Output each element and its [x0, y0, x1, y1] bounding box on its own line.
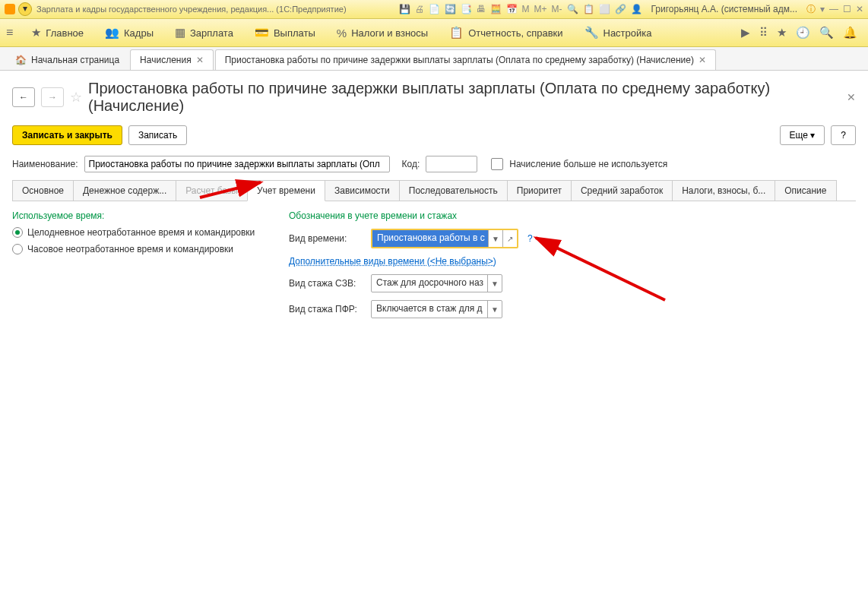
menu-main-label: Главное: [46, 27, 84, 39]
percent-icon: %: [337, 27, 347, 40]
help-button[interactable]: ?: [831, 125, 856, 145]
close-icon[interactable]: ✕: [856, 4, 863, 14]
menubar: ≡ ★Главное 👥Кадры ▦Зарплата 💳Выплаты %На…: [0, 19, 868, 47]
help-icon[interactable]: ?: [527, 233, 533, 244]
close-icon[interactable]: ✕: [699, 55, 706, 65]
m-icon[interactable]: M: [522, 4, 530, 14]
radio-hourly-label: Часовое неотработанное время и командиро…: [27, 244, 233, 254]
menu-reports[interactable]: 📋Отчетность, справки: [439, 19, 573, 46]
radio-fullday-label: Целодневное неотработанное время и коман…: [27, 227, 255, 238]
menu-salary-label: Зарплата: [190, 27, 233, 39]
more-button[interactable]: Еще ▾: [780, 125, 825, 145]
extra-kinds-link[interactable]: Дополнительные виды времени (<Не выбраны…: [289, 256, 496, 267]
nav-forward-button[interactable]: →: [41, 87, 64, 107]
subtab-main[interactable]: Основное: [12, 180, 74, 201]
dropdown-icon[interactable]: ▼: [487, 301, 502, 318]
back-icon[interactable]: ▾: [18, 2, 32, 16]
user-name[interactable]: Григорьянц А.А. (системный адм...: [651, 4, 797, 14]
pfr-row: Вид стажа ПФР: Включается в стаж для д ▼: [289, 300, 856, 318]
burger-icon[interactable]: ≡: [6, 26, 13, 40]
left-column: Используемое время: Целодневное неотрабо…: [12, 210, 271, 326]
dropdown-icon[interactable]: ▼: [487, 275, 502, 292]
tab-suspension[interactable]: Приостановка работы по причине задержки …: [215, 49, 716, 70]
save-close-button[interactable]: Записать и закрыть: [12, 125, 122, 145]
menu-taxes-label: Налоги и взносы: [351, 27, 428, 39]
name-label: Наименование:: [12, 159, 78, 169]
subtab-deps[interactable]: Зависимости: [325, 180, 400, 201]
history-icon[interactable]: 🕘: [796, 26, 810, 40]
menu-settings-label: Настройка: [603, 27, 652, 39]
document-tabs: 🏠Начальная страница Начисления✕ Приостан…: [0, 47, 868, 71]
subtab-desc[interactable]: Описание: [775, 180, 836, 201]
markers-title: Обозначения в учете времени и стажах: [289, 210, 856, 221]
toolbar: Записать и закрыть Записать Еще ▾ ?: [12, 125, 856, 145]
szv-value: Стаж для досрочного наз: [372, 275, 487, 292]
tab-home[interactable]: 🏠Начальная страница: [6, 50, 128, 70]
menu-taxes[interactable]: %Налоги и взносы: [326, 19, 439, 46]
zoom-in-icon[interactable]: 🔍: [567, 4, 578, 14]
subtab-money[interactable]: Денежное содерж...: [73, 180, 176, 201]
radio-hourly[interactable]: Часовое неотработанное время и командиро…: [12, 244, 271, 254]
subtab-taxes[interactable]: Налоги, взносы, б...: [672, 180, 775, 201]
dropdown-icon[interactable]: ▼: [488, 230, 502, 247]
subtab-priority[interactable]: Приоритет: [507, 180, 572, 201]
app-logo-icon: [5, 4, 15, 14]
subtab-avg[interactable]: Средний заработок: [571, 180, 673, 201]
used-time-title: Используемое время:: [12, 210, 271, 221]
apps-icon[interactable]: ⠿: [759, 26, 768, 40]
m-minus-icon[interactable]: M-: [552, 4, 562, 14]
wrench-icon: 🔧: [584, 26, 599, 40]
bell-icon[interactable]: 🔔: [843, 26, 857, 40]
menu-salary[interactable]: ▦Зарплата: [164, 19, 244, 46]
tab-accruals[interactable]: Начисления✕: [130, 49, 214, 70]
code-input[interactable]: [426, 156, 477, 172]
print-icon[interactable]: 🖨: [415, 4, 424, 14]
print2-icon[interactable]: 🖶: [477, 4, 486, 14]
calendar-icon[interactable]: 📅: [506, 4, 518, 14]
maximize-icon[interactable]: ☐: [843, 4, 851, 14]
home-icon: ★: [31, 26, 41, 40]
page-body: ← → ☆ Приостановка работы по причине зад…: [0, 71, 868, 335]
menu-payments[interactable]: 💳Выплаты: [244, 19, 326, 46]
copy-icon[interactable]: 📋: [583, 4, 594, 14]
name-input[interactable]: [84, 156, 390, 172]
refresh-icon[interactable]: 🔄: [445, 4, 456, 14]
compare-icon[interactable]: 📑: [461, 4, 472, 14]
radio-fullday[interactable]: Целодневное неотработанное время и коман…: [12, 227, 271, 238]
document-icon[interactable]: 📄: [429, 4, 440, 14]
page-close-icon[interactable]: ✕: [847, 91, 856, 103]
calc-icon[interactable]: 🧮: [490, 4, 502, 14]
user-icon[interactable]: 👤: [631, 4, 642, 14]
window-icon[interactable]: ⬜: [599, 4, 610, 14]
favorite-icon[interactable]: ☆: [70, 89, 82, 106]
subtab-sequence[interactable]: Последовательность: [399, 180, 508, 201]
star-icon[interactable]: ★: [777, 26, 787, 40]
save-button[interactable]: Записать: [128, 125, 187, 145]
subtab-time[interactable]: Учет времени: [247, 180, 325, 201]
tab-accruals-label: Начисления: [140, 55, 192, 65]
link-icon[interactable]: 🔗: [615, 4, 626, 14]
clipboard-icon: 📋: [449, 26, 464, 40]
save-icon[interactable]: 💾: [399, 4, 410, 14]
open-icon[interactable]: ↗: [502, 230, 517, 247]
not-used-label: Начисление больше не используется: [509, 159, 667, 169]
menu-settings[interactable]: 🔧Настройка: [574, 19, 663, 46]
not-used-checkbox[interactable]: [491, 158, 503, 170]
time-kind-label: Вид времени:: [289, 233, 365, 244]
tab-suspension-label: Приостановка работы по причине задержки …: [225, 55, 694, 65]
dropdown-icon[interactable]: ▾: [820, 4, 825, 14]
play-icon[interactable]: ▶: [741, 26, 750, 40]
pfr-combo[interactable]: Включается в стаж для д ▼: [371, 300, 502, 318]
info-icon[interactable]: ⓘ: [806, 3, 816, 16]
m-plus-icon[interactable]: M+: [534, 4, 547, 14]
tab-content: Используемое время: Целодневное неотрабо…: [12, 210, 856, 326]
search-icon[interactable]: 🔍: [819, 26, 834, 40]
time-kind-combo[interactable]: Приостановка работы в с ▼ ↗: [371, 229, 518, 248]
menu-main[interactable]: ★Главное: [21, 19, 94, 46]
menu-staff[interactable]: 👥Кадры: [94, 19, 164, 46]
page-header: ← → ☆ Приостановка работы по причине зад…: [12, 80, 856, 115]
nav-back-button[interactable]: ←: [12, 87, 35, 107]
close-icon[interactable]: ✕: [196, 55, 204, 65]
szv-combo[interactable]: Стаж для досрочного наз ▼: [371, 274, 502, 292]
minimize-icon[interactable]: —: [829, 4, 838, 14]
